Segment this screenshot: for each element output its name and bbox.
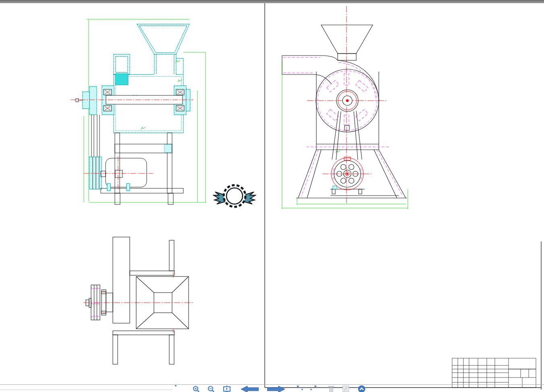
rotate-left-button[interactable] [294,386,305,392]
viewer-toolbar [0,384,544,392]
delete-icon[interactable] [328,386,334,392]
zoom-actual-size-button[interactable] [175,385,176,386]
toolbar-divider [0,390,172,390]
title-block [452,358,536,388]
zoom-out-icon[interactable] [208,386,215,392]
cad-drawing-canvas [0,0,544,392]
housing-teal [83,24,190,189]
window-top-border [0,0,544,3]
zoom-in-icon[interactable] [193,386,200,392]
scroll-to-top-icon[interactable] [358,385,365,392]
edit-image-icon[interactable] [343,386,349,392]
side-magenta-hidden [283,58,403,196]
side-view [282,6,408,209]
rotate-right-button[interactable] [310,386,321,392]
side-black [282,25,407,198]
top-view [83,237,193,364]
next-page-arrow-icon[interactable] [267,386,285,392]
presentation-icon[interactable] [223,386,231,392]
previous-page-arrow-icon[interactable] [241,386,259,392]
top-magenta [91,287,100,318]
front-section-view [71,19,340,204]
top-centerline [83,272,193,333]
frame-beam-pad [164,144,172,153]
side-teal-pad [333,186,337,189]
solid-cyan-block [115,74,128,85]
technical-notes [312,296,379,297]
side-red-circles [331,91,363,190]
